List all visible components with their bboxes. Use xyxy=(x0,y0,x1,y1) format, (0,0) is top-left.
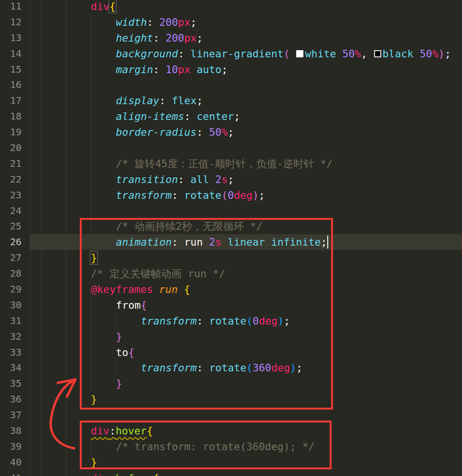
code-content[interactable]: transition: all 2s; xyxy=(30,172,462,187)
code-content[interactable] xyxy=(30,77,462,93)
line-number[interactable]: 31 xyxy=(0,313,30,329)
code-content[interactable]: height: 200px; xyxy=(30,30,462,46)
code-token: background xyxy=(116,48,178,60)
code-token: 0 xyxy=(227,189,234,201)
code-line[interactable]: 18align-items: center; xyxy=(0,108,462,124)
code-line[interactable]: 16 xyxy=(0,77,462,93)
line-number[interactable]: 37 xyxy=(0,407,30,423)
code-line[interactable]: 19border-radius: 50%; xyxy=(0,124,462,140)
code-token: : xyxy=(178,48,190,60)
line-number[interactable]: 13 xyxy=(0,30,30,46)
code-editor[interactable]: 11div{12width: 200px;13height: 200px;14b… xyxy=(0,0,462,476)
code-token: before xyxy=(116,472,153,476)
annotation-box-hover-block xyxy=(80,421,332,469)
code-content[interactable]: align-items: center; xyxy=(30,108,462,124)
code-token: div xyxy=(91,0,109,12)
code-token: ( xyxy=(283,48,290,60)
line-number[interactable]: 29 xyxy=(0,281,30,297)
code-content[interactable]: margin: 10px auto; xyxy=(30,62,462,77)
code-token: ) xyxy=(252,189,258,201)
code-token: ; xyxy=(196,32,203,44)
code-content[interactable]: border-radius: 50%; xyxy=(30,124,462,140)
line-number[interactable]: 30 xyxy=(0,297,30,313)
line-number[interactable]: 22 xyxy=(0,172,30,187)
line-number[interactable]: 40 xyxy=(0,454,30,470)
code-content[interactable]: div{ xyxy=(30,0,462,14)
code-token: height xyxy=(116,32,153,44)
code-token: rotate xyxy=(184,189,221,201)
code-token: ; xyxy=(227,173,234,185)
code-token: ; xyxy=(190,16,196,28)
code-content[interactable]: background: linear-gradient( white 50%, … xyxy=(30,46,462,62)
code-line[interactable]: 22transition: all 2s; xyxy=(0,172,462,187)
line-number[interactable]: 28 xyxy=(0,266,30,281)
code-token: ; xyxy=(234,110,240,122)
code-token: , xyxy=(361,48,374,60)
line-number[interactable]: 26 xyxy=(0,234,30,250)
code-token: display xyxy=(116,95,159,107)
line-number[interactable]: 19 xyxy=(0,124,30,140)
line-number[interactable]: 12 xyxy=(0,14,30,30)
code-line[interactable]: 24 xyxy=(0,203,462,219)
code-token: s xyxy=(221,173,227,185)
line-number[interactable]: 11 xyxy=(0,0,30,14)
code-token: ( xyxy=(221,189,227,201)
line-number[interactable]: 25 xyxy=(0,218,30,234)
code-token: ; xyxy=(259,189,265,201)
code-token: : xyxy=(184,110,196,122)
black-color-swatch[interactable] xyxy=(374,50,381,57)
line-number[interactable]: 21 xyxy=(0,156,30,172)
line-number[interactable]: 14 xyxy=(0,46,30,62)
line-number[interactable]: 23 xyxy=(0,187,30,203)
line-number[interactable]: 36 xyxy=(0,391,30,407)
line-number[interactable]: 35 xyxy=(0,376,30,391)
code-line[interactable]: 17display: flex; xyxy=(0,93,462,108)
white-color-swatch[interactable] xyxy=(296,50,303,57)
code-token: px xyxy=(178,16,190,28)
code-token xyxy=(290,48,296,60)
line-number[interactable]: 16 xyxy=(0,77,30,93)
code-token: : xyxy=(153,32,165,44)
code-content[interactable] xyxy=(30,203,462,219)
code-content[interactable]: width: 200px; xyxy=(30,14,462,30)
line-number[interactable]: 27 xyxy=(0,250,30,266)
line-number[interactable]: 15 xyxy=(0,62,30,77)
code-line[interactable]: 13height: 200px; xyxy=(0,30,462,46)
code-token: black xyxy=(383,48,414,60)
code-content[interactable]: display: flex; xyxy=(30,93,462,108)
code-content[interactable] xyxy=(30,140,462,156)
code-line[interactable]: 12width: 200px; xyxy=(0,14,462,30)
code-token: 50 xyxy=(343,48,355,60)
code-token: transition xyxy=(116,173,178,185)
code-line[interactable]: 15margin: 10px auto; xyxy=(0,62,462,77)
code-token: 50 xyxy=(209,126,221,138)
line-number[interactable]: 33 xyxy=(0,345,30,360)
code-line[interactable]: 41div:before{ xyxy=(0,470,462,476)
code-content[interactable]: div:before{ xyxy=(30,470,462,476)
code-token: flex xyxy=(172,95,196,107)
line-number[interactable]: 24 xyxy=(0,203,30,219)
code-line[interactable]: 14background: linear-gradient( white 50%… xyxy=(0,46,462,62)
code-content[interactable]: transform: rotate(0deg); xyxy=(30,187,462,203)
line-number[interactable]: 18 xyxy=(0,108,30,124)
code-token: % xyxy=(221,126,227,138)
code-line[interactable]: 23transform: rotate(0deg); xyxy=(0,187,462,203)
code-token: ; xyxy=(221,64,227,76)
line-number[interactable]: 20 xyxy=(0,140,30,156)
line-number[interactable]: 32 xyxy=(0,329,30,345)
line-number[interactable]: 34 xyxy=(0,360,30,376)
code-token: div xyxy=(91,472,109,476)
annotation-box-animation-block xyxy=(80,218,333,410)
line-number[interactable]: 41 xyxy=(0,470,30,476)
code-token: auto xyxy=(196,64,221,76)
code-token: : xyxy=(153,64,165,76)
line-number[interactable]: 39 xyxy=(0,439,30,454)
code-line[interactable]: 20 xyxy=(0,140,462,156)
line-number[interactable]: 17 xyxy=(0,93,30,108)
code-line[interactable]: 21/* 旋转45度：正值-顺时针，负值-逆时针 */ xyxy=(0,156,462,172)
line-number[interactable]: 38 xyxy=(0,423,30,439)
code-token: linear-gradient xyxy=(190,48,283,60)
code-token: % xyxy=(432,48,439,60)
code-content[interactable]: /* 旋转45度：正值-顺时针，负值-逆时针 */ xyxy=(30,156,462,172)
code-line[interactable]: 11div{ xyxy=(0,0,462,14)
